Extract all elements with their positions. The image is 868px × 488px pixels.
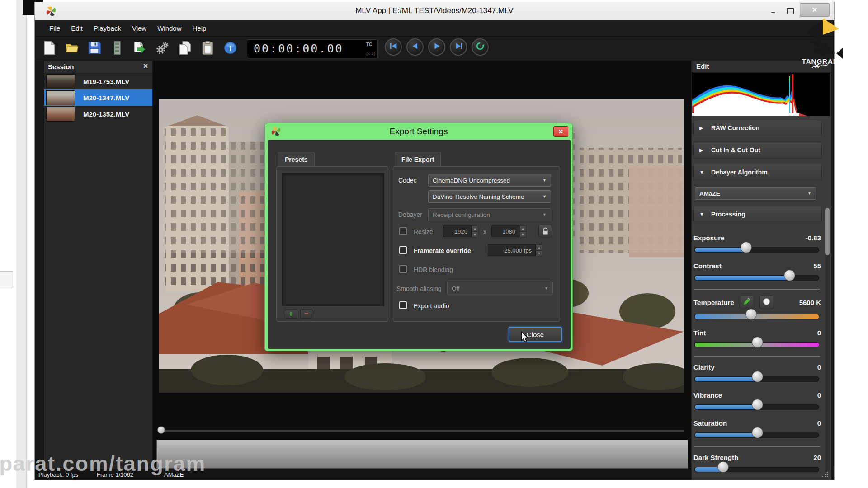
slider-thumb[interactable]: [745, 309, 757, 320]
section-raw-correction[interactable]: ▶ RAW Correction: [693, 120, 822, 136]
dialog-close-button[interactable]: ✕: [553, 126, 568, 137]
scrub-handle[interactable]: [157, 426, 165, 434]
histogram: [692, 73, 830, 116]
slider-fill: [695, 433, 757, 437]
resize-grip-icon[interactable]: [821, 471, 829, 478]
spin-up-icon[interactable]: ▲: [472, 225, 478, 231]
chevron-down-icon: ▼: [542, 194, 547, 199]
menu-item-file[interactable]: File: [45, 22, 65, 34]
slider-fill: [695, 276, 788, 280]
step-forward-button[interactable]: [450, 38, 467, 56]
open-folder-button[interactable]: [65, 40, 80, 58]
spin-up-icon[interactable]: ▲: [536, 244, 542, 250]
slider-thumb[interactable]: [741, 242, 752, 253]
window-close-button[interactable]: ✕: [800, 3, 830, 17]
section-debayer-algorithm[interactable]: ▼ Debayer Algorithm: [693, 164, 822, 180]
scrollbar-thumb[interactable]: [825, 208, 830, 255]
slider-trackwrap: [693, 245, 821, 254]
edit-panel-title: Edit: [696, 62, 709, 70]
resize-width-stepper[interactable]: ▲▼: [472, 225, 478, 237]
slider-contrast: Contrast55: [693, 261, 821, 282]
codec-select[interactable]: CinemaDNG Uncompressed ▼: [428, 174, 551, 187]
skip-to-start-button[interactable]: [385, 38, 402, 56]
menu-item-view[interactable]: View: [127, 22, 151, 34]
add-preset-button[interactable]: +: [285, 309, 297, 319]
slider-thumb[interactable]: [717, 461, 729, 472]
resize-width-field[interactable]: 1920: [443, 225, 472, 237]
copy-button[interactable]: [178, 40, 193, 58]
eyedropper-button[interactable]: [740, 296, 754, 309]
slider-head: Vibrance0: [693, 390, 821, 400]
play-button[interactable]: [428, 38, 445, 56]
session-close-icon[interactable]: ✕: [143, 62, 148, 70]
spin-down-icon[interactable]: ▼: [536, 250, 542, 256]
slider-track[interactable]: [694, 467, 819, 472]
spin-up-icon[interactable]: ▲: [519, 225, 526, 231]
slider-thumb[interactable]: [784, 270, 795, 281]
timecode-range-icon: [<->]: [366, 52, 375, 56]
info-button[interactable]: i: [223, 40, 238, 58]
save-button[interactable]: [87, 40, 102, 58]
step-back-button[interactable]: [406, 38, 424, 56]
maximize-button[interactable]: [783, 6, 797, 17]
resize-checkbox[interactable]: [399, 227, 407, 235]
aspect-lock-button[interactable]: [538, 225, 552, 237]
naming-scheme-select[interactable]: DaVinci Resolve Naming Scheme ▼: [428, 190, 551, 203]
remove-preset-button[interactable]: −: [300, 309, 312, 319]
slider-clarity: Clarity0: [693, 362, 821, 384]
slider-track[interactable]: [694, 275, 819, 281]
new-file-button[interactable]: [42, 40, 57, 58]
export-audio-checkbox[interactable]: [399, 301, 407, 309]
menu-item-help[interactable]: Help: [188, 22, 211, 34]
resize-height-stepper[interactable]: ▲▼: [519, 225, 526, 237]
edit-panel-scrollbar[interactable]: [825, 208, 830, 472]
paste-button[interactable]: [200, 40, 215, 58]
menu-item-edit[interactable]: Edit: [66, 22, 87, 34]
loop-button[interactable]: [472, 38, 489, 56]
framerate-field[interactable]: 25.000 fps: [488, 244, 536, 256]
export-button[interactable]: [132, 40, 147, 58]
minimize-button[interactable]: –: [766, 6, 780, 17]
slider-head: Contrast55: [693, 261, 821, 271]
debayer-algorithm-value: AMaZE: [699, 190, 720, 197]
timeline-strip[interactable]: [156, 440, 688, 469]
session-item-m20-1352-mlv[interactable]: M20-1352.MLV: [44, 106, 152, 122]
resize-times-label: x: [483, 228, 486, 235]
section-cut-in-out[interactable]: ▶ Cut In & Cut Out: [693, 142, 822, 158]
spin-down-icon[interactable]: ▼: [519, 231, 526, 237]
spin-down-icon[interactable]: ▼: [472, 231, 478, 237]
session-item-m19-1753-mlv[interactable]: M19-1753.MLV: [44, 73, 152, 89]
framerate-stepper[interactable]: ▲▼: [536, 244, 542, 256]
clip-button[interactable]: [110, 40, 125, 58]
chevron-right-icon: ▶: [699, 147, 711, 153]
white-balance-circle-button[interactable]: [760, 296, 774, 309]
slider-thumb[interactable]: [752, 337, 763, 348]
open-folder-icon: [66, 41, 79, 57]
slider-track[interactable]: [694, 247, 819, 253]
slider-trackwrap: [693, 340, 821, 349]
slider-value: 0: [817, 419, 821, 427]
slider-thumb[interactable]: [752, 427, 763, 438]
close-button[interactable]: Close: [509, 327, 562, 342]
slider-thumb[interactable]: [752, 371, 763, 382]
framerate-override-checkbox[interactable]: [399, 246, 407, 254]
tab-file-export[interactable]: File Export: [395, 152, 441, 167]
section-processing[interactable]: ▼ Processing: [693, 206, 822, 222]
clip-name: M20-1352.MLV: [83, 110, 129, 118]
session-item-m20-1347-mlv[interactable]: M20-1347.MLV: [44, 89, 152, 106]
tab-presets[interactable]: Presets: [278, 152, 315, 167]
presets-list[interactable]: [282, 173, 384, 306]
toolbar-icons: i: [42, 39, 238, 59]
resize-height-field[interactable]: 1080: [491, 225, 519, 237]
slider-trackwrap: [693, 465, 821, 472]
debayer-algorithm-select[interactable]: AMaZE ▼: [695, 187, 816, 200]
slider-track[interactable]: [694, 314, 819, 319]
chevron-down-icon: ▼: [699, 169, 711, 175]
menu-item-playback[interactable]: Playback: [89, 22, 126, 34]
menu-item-window[interactable]: Window: [153, 22, 186, 34]
settings-button[interactable]: [155, 40, 170, 58]
scrub-track[interactable]: [160, 430, 684, 432]
dialog-title: Export Settings: [265, 127, 572, 136]
slider-thumb[interactable]: [752, 399, 763, 410]
hdr-blending-checkbox[interactable]: [399, 265, 407, 273]
